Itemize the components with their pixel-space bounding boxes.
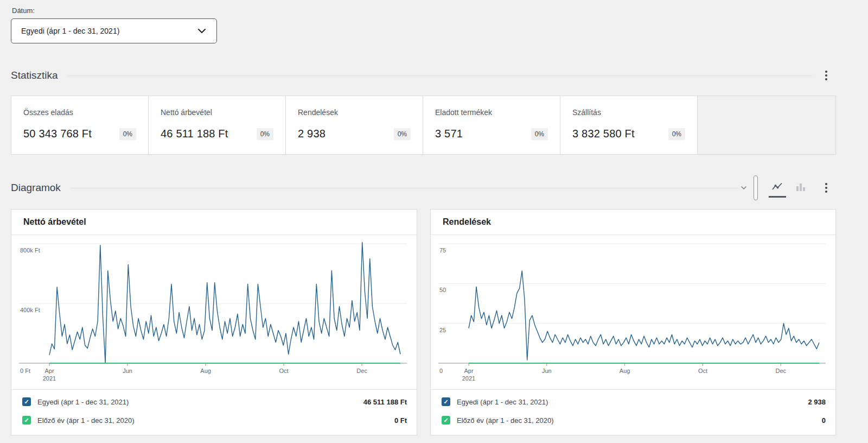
charts-row: Nettó árbevétel 800k Ft400k Ft0 FtApr202… [11,209,836,435]
chart-legend: ✓ Egyedi (ápr 1 - dec 31, 2021) 2 938 ✓ … [431,389,835,435]
stat-value: 3 571 [435,128,463,140]
net-revenue-chart[interactable]: 800k Ft400k Ft0 FtApr2021JunAugOctDec [11,235,417,389]
x-axis-tick-label: Apr [464,368,473,374]
date-range-dropdown[interactable]: Egyedi (ápr 1 - dec 31, 2021) [11,18,217,43]
date-range-value: Egyedi (ápr 1 - dec 31, 2021) [21,27,119,35]
stats-menu-kebab-icon[interactable] [816,66,836,85]
stat-label: Rendelések [298,108,411,117]
stat-change-badge: 0% [531,128,548,140]
y-axis-tick-label: 0 Ft [20,368,30,374]
vertical-divider [754,175,758,200]
legend-item-previous[interactable]: ✓ Előző év (ápr 1 - dec 31, 2020) 0 [431,411,835,429]
x-axis-tick-sublabel: 2021 [462,375,475,382]
x-axis-tick-sublabel: 2021 [43,375,56,382]
section-divider-line [71,188,737,188]
stat-card-products-sold[interactable]: Eladott termékek 3 571 0% [423,96,560,154]
x-axis-tick-label: Dec [775,368,786,374]
chart-title: Rendelések [431,210,835,235]
stat-value: 46 511 188 Ft [161,128,228,140]
checkbox-checked-icon[interactable]: ✓ [22,416,31,425]
stat-change-badge: 0% [257,128,273,140]
orders-chart[interactable]: 7550250Apr2021JunAugOctDec [431,235,835,389]
stat-value: 3 832 580 Ft [572,128,635,140]
checkbox-checked-icon[interactable]: ✓ [442,416,450,425]
chevron-down-icon [197,26,207,36]
chart-canvas: 7550250Apr2021JunAugOctDec [431,235,835,389]
legend-total: 0 [822,416,826,425]
stat-card-orders[interactable]: Rendelések 2 938 0% [286,96,423,154]
stat-label: Nettó árbevétel [161,108,273,117]
stat-change-badge: 0% [119,128,136,140]
y-axis-tick-label: 0 [439,368,443,374]
stats-card-row: Összes eladás 50 343 768 Ft 0% Nettó árb… [11,96,836,155]
legend-label: Egyedi (ápr 1 - dec 31, 2021) [457,398,548,406]
page-content: Dátum: Egyedi (ápr 1 - dec 31, 2021) Sta… [11,7,836,435]
y-axis-tick-label: 800k Ft [20,247,40,254]
legend-item-current[interactable]: ✓ Egyedi (ápr 1 - dec 31, 2021) 46 511 1… [11,393,417,411]
stat-label: Összes eladás [23,108,136,117]
stat-value: 2 938 [298,128,326,140]
line-chart-toggle-icon[interactable] [769,179,786,198]
y-axis-tick-label: 75 [439,247,446,254]
checkbox-checked-icon[interactable]: ✓ [22,397,31,406]
charts-section-header: Diagramok [11,180,836,196]
legend-label: Egyedi (ápr 1 - dec 31, 2021) [37,398,129,406]
legend-total: 46 511 188 Ft [363,398,407,406]
charts-menu-kebab-icon[interactable] [816,178,836,198]
stat-label: Szállítás [572,108,685,117]
y-axis-tick-label: 25 [439,327,446,333]
stat-change-badge: 0% [668,128,685,140]
legend-item-previous[interactable]: ✓ Előző év (ápr 1 - dec 31, 2020) 0 Ft [11,411,417,429]
current-period-series-line [469,271,819,360]
orders-chart-panel: Rendelések 7550250Apr2021JunAugOctDec ✓ … [430,209,836,435]
net-revenue-chart-panel: Nettó árbevétel 800k Ft400k Ft0 FtApr202… [11,209,417,435]
x-axis-tick-label: Jun [542,368,552,374]
legend-total: 0 Ft [394,416,407,425]
stat-card-shipping[interactable]: Szállítás 3 832 580 Ft 0% [560,96,698,154]
section-divider-line [68,75,812,76]
chart-canvas: 800k Ft400k Ft0 FtApr2021JunAugOctDec [11,235,417,389]
x-axis-tick-label: Apr [44,368,54,374]
bar-chart-toggle-icon[interactable] [793,179,809,198]
x-axis-tick-label: Oct [279,368,289,374]
legend-label: Előző év (ápr 1 - dec 31, 2020) [37,416,135,425]
stat-value: 50 343 768 Ft [23,128,92,140]
stats-section-title: Statisztika [11,69,58,81]
stats-row-filler [698,96,835,154]
stat-label: Eladott termékek [435,108,548,117]
x-axis-tick-label: Jun [123,368,132,374]
checkbox-checked-icon[interactable]: ✓ [442,397,450,406]
chart-title: Nettó árbevétel [11,210,417,235]
date-filter-label: Dátum: [12,7,836,15]
chart-legend: ✓ Egyedi (ápr 1 - dec 31, 2021) 46 511 1… [11,389,417,435]
charts-section-title: Diagramok [11,182,61,194]
stat-card-total-sales[interactable]: Összes eladás 50 343 768 Ft 0% [11,96,149,154]
x-axis-tick-label: Aug [200,368,211,374]
legend-label: Előző év (ápr 1 - dec 31, 2020) [457,416,554,425]
x-axis-tick-label: Aug [620,368,630,374]
x-axis-tick-label: Dec [356,368,367,374]
stat-card-net-revenue[interactable]: Nettó árbevétel 46 511 188 Ft 0% [149,96,286,154]
stat-change-badge: 0% [394,128,411,140]
current-period-series-line [49,242,400,363]
x-axis-tick-label: Oct [698,368,707,374]
legend-total: 2 938 [808,398,826,406]
stats-section-header: Statisztika [11,67,836,84]
section-collapse-chevron-icon[interactable] [741,185,747,191]
legend-item-current[interactable]: ✓ Egyedi (ápr 1 - dec 31, 2021) 2 938 [431,393,835,411]
y-axis-tick-label: 50 [439,287,446,293]
y-axis-tick-label: 400k Ft [20,307,40,313]
